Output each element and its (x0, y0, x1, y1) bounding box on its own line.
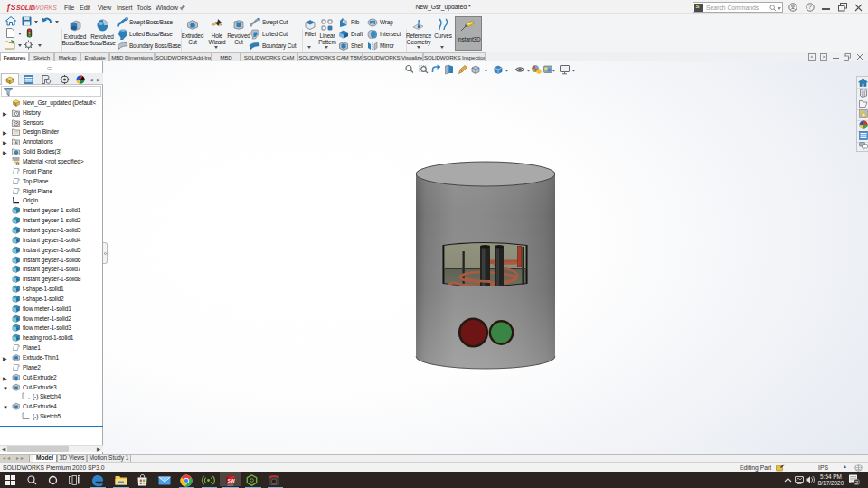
svg-text:SOLID: SOLID (16, 5, 35, 11)
svg-text:2020: 2020 (270, 483, 277, 486)
svg-text:aB: aB (370, 21, 374, 24)
svg-text:2020: 2020 (227, 483, 233, 486)
svg-text:?: ? (808, 4, 812, 10)
svg-text:WORKS: WORKS (33, 5, 57, 11)
svg-text:2: 2 (855, 480, 858, 485)
svg-text:ƒS: ƒS (6, 3, 16, 12)
